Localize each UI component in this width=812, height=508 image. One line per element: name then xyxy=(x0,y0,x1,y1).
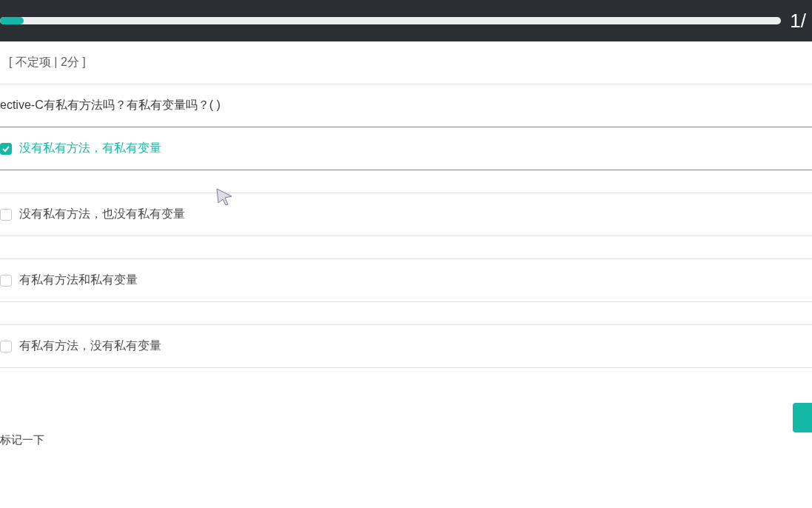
question-meta: [ 不定项 | 2分 ] xyxy=(0,41,812,84)
option-label: 没有私有方法，也没有私有变量 xyxy=(19,207,185,222)
mark-label[interactable]: 标记一下 xyxy=(0,390,812,447)
options-list: 没有私有方法，有私有变量 没有私有方法，也没有私有变量 有私有方法和私有变量 有… xyxy=(0,127,812,368)
checkbox-icon xyxy=(0,275,12,287)
checkbox-icon xyxy=(0,143,12,155)
option-label: 有私有方法和私有变量 xyxy=(19,273,138,288)
next-button[interactable] xyxy=(793,403,812,432)
option-1[interactable]: 没有私有方法，有私有变量 xyxy=(0,127,812,170)
progress-fill xyxy=(0,17,24,24)
question-text: ective-C有私有方法吗？有私有变量吗？( ) xyxy=(0,84,812,127)
option-label: 没有私有方法，有私有变量 xyxy=(19,141,161,156)
option-2[interactable]: 没有私有方法，也没有私有变量 xyxy=(0,193,812,236)
progress-counter: 1/ xyxy=(790,10,806,33)
option-label: 有私有方法，没有私有变量 xyxy=(19,338,161,354)
top-bar: 1/ xyxy=(0,0,812,41)
checkbox-icon xyxy=(0,341,12,352)
progress-track xyxy=(0,17,781,24)
checkbox-icon xyxy=(0,209,12,221)
option-3[interactable]: 有私有方法和私有变量 xyxy=(0,258,812,302)
option-4[interactable]: 有私有方法，没有私有变量 xyxy=(0,324,812,368)
